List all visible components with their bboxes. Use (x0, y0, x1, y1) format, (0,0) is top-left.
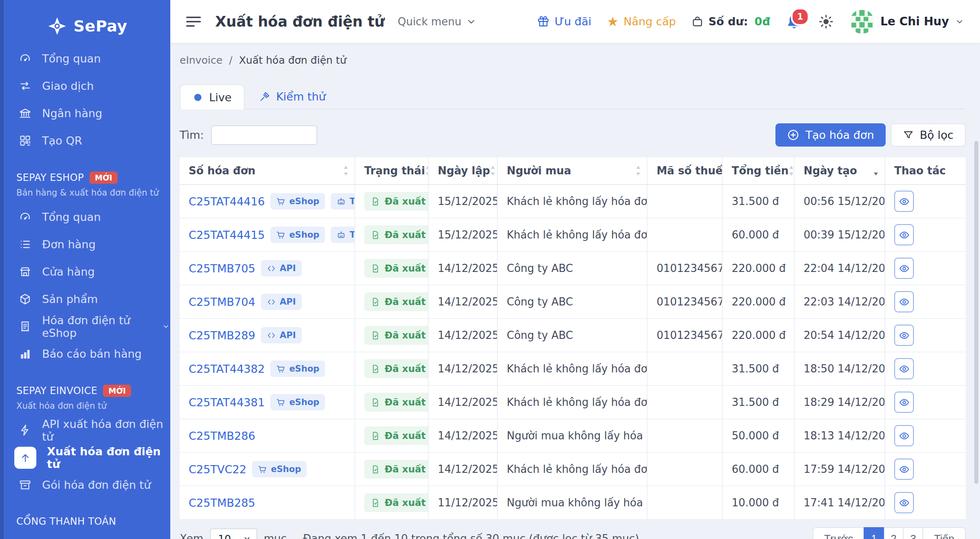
invoice-cell: C25TMB289API (180, 319, 354, 352)
view-invoice-button[interactable] (894, 392, 914, 413)
app-root: SePay Tổng quanGiao dịchNgân hàngTạo QRS… (0, 0, 980, 539)
sidebar-item-create-qr[interactable]: Tạo QR (0, 127, 170, 154)
invoice-number-link[interactable]: C25TMB285 (189, 497, 255, 509)
user-menu[interactable]: Le Chi Huy (849, 9, 964, 34)
column-header-total[interactable]: Tổng tiền (722, 157, 794, 184)
sidebar-item-label: Tổng quan (42, 211, 101, 223)
pagination-page-1[interactable]: 1 (864, 527, 884, 539)
hamburger-menu-icon[interactable] (184, 12, 203, 31)
pagination-next-button[interactable]: Tiếp (922, 527, 966, 539)
amount-cell: 31.500 đ (722, 386, 794, 419)
page-scrollbar[interactable] (974, 141, 978, 484)
tax-code-cell (647, 352, 722, 385)
invoice-number-link[interactable]: C25TMB705 (189, 262, 255, 275)
balance-display[interactable]: Số dư: 0đ (691, 15, 770, 28)
invoice-number-link[interactable]: C25TMB286 (189, 430, 255, 442)
sort-icon[interactable] (635, 165, 641, 176)
view-invoice-button[interactable] (894, 258, 914, 279)
sidebar-item-einvoice-export[interactable]: Xuất hóa đơn điện tử (0, 444, 170, 471)
invoice-number-link[interactable]: C25TAT44382 (189, 363, 265, 375)
pagination-prev-button[interactable]: Trước (813, 527, 864, 539)
view-invoice-button[interactable] (894, 325, 914, 346)
column-header-buyer[interactable]: Người mua (497, 157, 647, 184)
sort-icon[interactable] (873, 165, 879, 176)
amount-cell: 220.000 đ (722, 252, 794, 285)
sidebar-item-einvoice-api[interactable]: API xuất hóa đơn điện tử (0, 416, 170, 444)
status-cell: Đã xuất (354, 386, 428, 419)
actions-cell (884, 352, 966, 385)
qr-code-icon (19, 134, 31, 147)
sidebar-item-label: Giao dịch (42, 80, 94, 92)
tab-test[interactable]: Kiểm thử (245, 84, 341, 109)
breadcrumb-root[interactable]: eInvoice (180, 54, 223, 66)
invoice-number-link[interactable]: C25TMB289 (189, 329, 255, 342)
notifications-button[interactable]: 1 (786, 13, 803, 31)
quick-menu-button[interactable]: Quick menu (398, 16, 477, 28)
issue-date-cell: 15/12/2025 (428, 185, 497, 218)
sort-icon[interactable] (490, 165, 496, 176)
view-invoice-button[interactable] (894, 291, 914, 312)
sidebar-item-transactions[interactable]: Giao dịch (0, 72, 170, 100)
invoice-number-link[interactable]: C25TAT44381 (189, 396, 265, 409)
new-badge: MỚI (89, 172, 118, 184)
sidebar-item-banks[interactable]: Ngân hàng (0, 100, 170, 127)
invoice-number-link[interactable]: C25TVC22 (189, 463, 246, 476)
column-header-status[interactable]: Trạng thái (354, 157, 428, 184)
promotions-link[interactable]: Ưu đãi (537, 15, 591, 28)
robot-icon (336, 230, 346, 240)
created-at-cell: 00:39 15/12/2025 (794, 218, 884, 251)
column-header-issue_date[interactable]: Ngày lập (428, 157, 497, 184)
sidebar-item-products[interactable]: Sản phẩm (0, 285, 170, 313)
view-invoice-button[interactable] (894, 459, 914, 480)
invoice-number-link[interactable]: C25TAT44415 (189, 229, 265, 241)
theme-toggle-sun-icon[interactable] (818, 14, 834, 29)
pagination-page-3[interactable]: 3 (903, 527, 923, 539)
pagination-page-2[interactable]: 2 (883, 527, 904, 539)
created-at-cell: 20:54 14/12/2025 (794, 319, 884, 352)
sidebar-item-stores[interactable]: Cửa hàng (0, 258, 170, 285)
amount-cell: 50.000 đ (722, 419, 794, 452)
view-invoice-button[interactable] (894, 492, 914, 513)
robot-icon (336, 197, 346, 206)
user-name: Le Chi Huy (880, 15, 949, 28)
sidebar-item-einvoice-package[interactable]: Gói hóa đơn điện tử (0, 471, 170, 499)
view-invoice-button[interactable] (894, 224, 914, 245)
upgrade-link[interactable]: ★ Nâng cấp (607, 15, 676, 28)
sort-icon[interactable] (343, 165, 349, 176)
sidebar-section-title: CỔNG THANH TOÁN (16, 516, 116, 527)
sidebar-item-sales-report[interactable]: Báo cáo bán hàng (0, 340, 170, 368)
actions-cell (884, 419, 966, 452)
issue-date-cell: 14/12/2025 (428, 252, 497, 285)
sidebar-item-eshop-einvoice[interactable]: Hóa đơn điện tử eShop (0, 313, 170, 340)
per-page-select[interactable]: 10 (210, 528, 257, 539)
create-invoice-button[interactable]: Tạo hóa đơn (775, 123, 886, 147)
sidebar-item-overview[interactable]: Tổng quan (0, 45, 170, 72)
sidebar-scrollbar[interactable] (0, 0, 4, 539)
sort-icon[interactable] (788, 165, 794, 176)
sidebar-item-register[interactable]: Đăng ký (0, 533, 170, 539)
column-header-created_at[interactable]: Ngày tạo (794, 157, 884, 184)
column-header-tax_code[interactable]: Mã số thuế (647, 157, 722, 184)
issue-date-cell: 14/12/2025 (428, 285, 497, 318)
document-check-icon (371, 331, 380, 340)
search-input[interactable] (211, 125, 317, 145)
actions-cell (884, 319, 966, 352)
sidebar-item-eshop-overview[interactable]: Tổng quan (0, 203, 170, 231)
sidebar-section-header: SEPAY ESHOPMỚIBán hàng & xuất hóa đơn đi… (16, 172, 170, 198)
view-invoice-button[interactable] (894, 425, 914, 446)
view-invoice-button[interactable] (894, 358, 914, 379)
view-invoice-button[interactable] (894, 191, 914, 212)
column-header-invoice_no[interactable]: Số hóa đơn (180, 157, 354, 184)
sort-icon[interactable] (425, 165, 428, 176)
transfer-icon (19, 80, 31, 92)
filter-button[interactable]: Bộ lọc (891, 123, 966, 147)
document-check-icon (371, 398, 380, 407)
invoice-number-link[interactable]: C25TAT44416 (189, 195, 265, 208)
tab-live[interactable]: Live (180, 84, 245, 109)
wallet-icon (691, 16, 704, 28)
results-info: Đang xem 1 đến 10 trong tổng số 30 mục (… (303, 532, 639, 539)
amount-cell: 31.500 đ (722, 185, 794, 218)
sidebar-item-orders[interactable]: Đơn hàng (0, 231, 170, 258)
invoice-number-link[interactable]: C25TMB704 (189, 296, 255, 308)
brand[interactable]: SePay (0, 0, 170, 36)
